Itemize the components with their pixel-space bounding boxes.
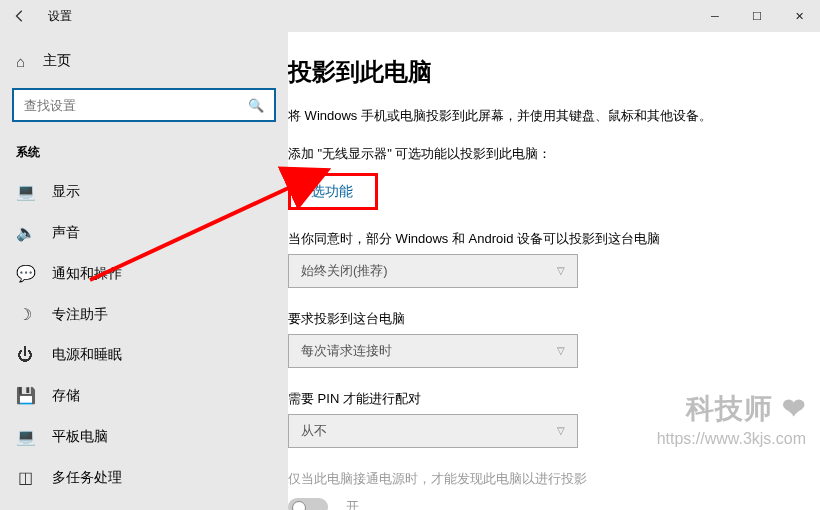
- chevron-down-icon: ▽: [557, 265, 565, 276]
- back-button[interactable]: [0, 0, 40, 32]
- page-description: 将 Windows 手机或电脑投影到此屏幕，并使用其键盘、鼠标和其他设备。: [288, 106, 718, 127]
- sidebar-home[interactable]: ⌂ 主页: [0, 42, 288, 80]
- sidebar-item-focus[interactable]: ☽ 专注助手: [0, 294, 288, 335]
- optional-features-highlight: 可选功能: [288, 173, 378, 210]
- close-button[interactable]: ✕: [778, 0, 820, 32]
- request-projection-dropdown[interactable]: 每次请求连接时 ▽: [288, 334, 578, 368]
- section-header: 系统: [0, 138, 288, 171]
- projection-consent-dropdown[interactable]: 始终关闭(推荐) ▽: [288, 254, 578, 288]
- heart-icon: ❤: [782, 393, 806, 424]
- dropdown-value: 每次请求连接时: [301, 342, 392, 360]
- sidebar-item-multitask[interactable]: ◫ 多任务处理: [0, 457, 288, 498]
- display-icon: 💻: [16, 182, 34, 201]
- search-box[interactable]: 🔍: [12, 88, 276, 122]
- window-title: 设置: [48, 8, 72, 25]
- power-toggle[interactable]: [288, 498, 328, 510]
- sidebar-item-sound[interactable]: 🔈 声音: [0, 212, 288, 253]
- maximize-button[interactable]: ☐: [736, 0, 778, 32]
- watermark: 科技师 ❤ https://www.3kjs.com: [657, 390, 806, 448]
- tablet-icon: 💻: [16, 427, 34, 446]
- sidebar-item-notifications[interactable]: 💬 通知和操作: [0, 253, 288, 294]
- power-icon: ⏻: [16, 346, 34, 364]
- search-input[interactable]: [24, 98, 248, 113]
- home-icon: ⌂: [16, 53, 25, 70]
- sidebar: ⌂ 主页 🔍 系统 💻 显示 🔈 声音 💬 通知和操作 ☽ 专注助手 ⏻ 电源和…: [0, 32, 288, 510]
- focus-icon: ☽: [16, 305, 34, 324]
- minimize-button[interactable]: ─: [694, 0, 736, 32]
- chevron-down-icon: ▽: [557, 425, 565, 436]
- sidebar-item-storage[interactable]: 💾 存储: [0, 375, 288, 416]
- sidebar-item-power[interactable]: ⏻ 电源和睡眠: [0, 335, 288, 375]
- page-title: 投影到此电脑: [288, 56, 790, 88]
- storage-icon: 💾: [16, 386, 34, 405]
- multitask-icon: ◫: [16, 468, 34, 487]
- search-icon: 🔍: [248, 98, 264, 113]
- sidebar-item-display[interactable]: 💻 显示: [0, 171, 288, 212]
- sound-icon: 🔈: [16, 223, 34, 242]
- projection-consent-label: 当你同意时，部分 Windows 和 Android 设备可以投影到这台电脑: [288, 230, 790, 248]
- request-projection-label: 要求投影到这台电脑: [288, 310, 790, 328]
- pin-required-dropdown[interactable]: 从不 ▽: [288, 414, 578, 448]
- dropdown-value: 始终关闭(推荐): [301, 262, 388, 280]
- power-note: 仅当此电脑接通电源时，才能发现此电脑以进行投影: [288, 470, 790, 488]
- chevron-down-icon: ▽: [557, 345, 565, 356]
- dropdown-value: 从不: [301, 422, 327, 440]
- sidebar-item-tablet[interactable]: 💻 平板电脑: [0, 416, 288, 457]
- optional-features-link[interactable]: 可选功能: [297, 183, 353, 199]
- toggle-state-label: 开: [346, 498, 359, 510]
- home-label: 主页: [43, 52, 71, 70]
- notify-icon: 💬: [16, 264, 34, 283]
- add-feature-text: 添加 "无线显示器" 可选功能以投影到此电脑：: [288, 145, 790, 163]
